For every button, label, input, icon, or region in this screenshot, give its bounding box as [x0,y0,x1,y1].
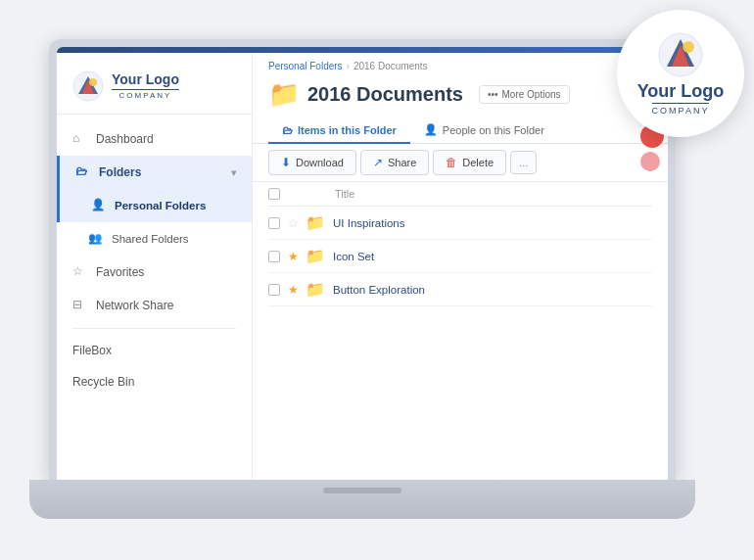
sidebar-item-label: Shared Folders [112,233,189,245]
download-label: Download [296,157,344,168]
breadcrumb-part-2: 2016 Documents [353,61,428,71]
sidebar-item-label: Favorites [96,265,144,279]
breadcrumb: Personal Folders › 2016 Documents [253,53,668,75]
sidebar-item-personal-folders[interactable]: 👤 Personal Folders [57,189,252,222]
more-options-button[interactable]: ••• More Options [479,85,570,104]
tab-people-on-folder[interactable]: 👤 People on this Folder [410,117,558,144]
sidebar-logo-text: Your Logo COMPANY [112,72,179,100]
download-button[interactable]: ⬇ Download [268,150,356,175]
sidebar-item-recycle-bin[interactable]: Recycle Bin [57,366,252,397]
logo-circle-overlay: Your Logo COMPANY [617,10,744,137]
more-actions-button[interactable]: ... [510,151,537,174]
sidebar-logo: Your Logo COMPANY [57,61,252,115]
sidebar-item-label: Personal Folders [115,200,206,211]
header-checkbox[interactable] [268,188,280,200]
more-options-label: More Options [501,89,560,100]
row-checkbox-col [268,251,288,262]
sidebar-divider [72,328,236,329]
laptop-screen: Your Logo COMPANY ⌂ Dashboard 🗁 [57,47,668,480]
sidebar-item-favorites[interactable]: ☆ Favorites [57,256,252,289]
sidebar-item-folders[interactable]: 🗁 Folders ▾ [57,156,252,189]
breadcrumb-separator: › [347,61,350,71]
folder-icon: 📁 [306,247,327,265]
delete-button[interactable]: 🗑 Delete [433,150,506,175]
svg-point-7 [683,41,694,53]
row-checkbox[interactable] [268,284,280,296]
file-list-header: Title [268,182,652,207]
server-icon: ⊟ [72,298,88,313]
sidebar-item-label: Recycle Bin [72,375,134,389]
tab-items-in-folder[interactable]: 🗁 Items in this Folder [268,117,410,144]
row-checkbox[interactable] [268,217,280,229]
tabs-row: 🗁 Items in this Folder 👤 People on this … [253,117,668,144]
star-icon: ☆ [72,264,88,280]
tab-label: People on this Folder [443,124,544,136]
tab-label: Items in this Folder [298,124,397,136]
tab-people-icon: 👤 [424,123,438,136]
sidebar: Your Logo COMPANY ⌂ Dashboard 🗁 [57,53,253,480]
logo-icon [72,70,104,102]
header-title-col: Title [288,188,652,200]
logo-company: COMPANY [112,89,179,100]
file-name[interactable]: Icon Set [333,251,652,262]
chevron-down-icon: ▾ [231,167,236,178]
row-checkbox[interactable] [268,251,280,262]
folder-icon: 🗁 [75,164,91,180]
breadcrumb-part-1[interactable]: Personal Folders [268,61,343,71]
row-checkbox-col [268,284,288,296]
delete-label: Delete [462,157,494,168]
people-icon: 👥 [88,231,104,247]
laptop-base [29,480,695,519]
sidebar-item-label: FileBox [72,344,112,357]
folder-header-icon: 📁 [268,79,300,110]
folder-icon: 📁 [306,213,327,232]
folder-title: 2016 Documents [307,83,463,106]
main-content: Personal Folders › 2016 Documents 📁 2016… [253,53,668,480]
table-row: ★ 📁 Icon Set [268,240,652,273]
file-name[interactable]: UI Inspirations [333,217,652,229]
overlay-logo-company: COMPANY [652,103,710,116]
sidebar-item-label: Dashboard [96,132,154,146]
share-icon: ↗ [373,156,383,169]
table-row: ☆ 📁 UI Inspirations [268,207,652,240]
more-dots-icon: ... [519,157,528,168]
laptop: Your Logo COMPANY ⌂ Dashboard 🗁 [29,39,695,519]
table-row: ★ 📁 Button Exploration [268,273,652,306]
share-label: Share [388,157,416,168]
sidebar-item-label: Network Share [96,299,173,312]
folder-header: 📁 2016 Documents ••• More Options [253,75,668,117]
app-body: Your Logo COMPANY ⌂ Dashboard 🗁 [57,53,668,480]
more-options-dots: ••• [488,89,498,100]
share-button[interactable]: ↗ Share [360,150,429,175]
file-name[interactable]: Button Exploration [333,284,652,296]
star-icon[interactable]: ☆ [288,216,306,230]
star-icon[interactable]: ★ [288,250,306,263]
file-list: Title ☆ 📁 UI Inspirations [253,182,668,480]
folder-icon: 📁 [306,280,327,299]
star-icon[interactable]: ★ [288,283,306,297]
sidebar-item-filebox[interactable]: FileBox [57,335,252,366]
svg-point-3 [89,78,97,86]
sidebar-sub-folders: 👤 Personal Folders 👥 Shared Folders [57,189,252,256]
overlay-logo-name: Your Logo [637,82,725,102]
app-ui: Your Logo COMPANY ⌂ Dashboard 🗁 [57,47,668,480]
header-checkbox-col [268,188,288,200]
delete-icon: 🗑 [446,156,457,169]
download-icon: ⬇ [281,156,291,169]
row-checkbox-col [268,217,288,229]
sidebar-item-network-share[interactable]: ⊟ Network Share [57,289,252,322]
overlay-logo-name-row: Your Logo [637,82,725,102]
sidebar-item-label: Folders [99,165,141,179]
person-icon: 👤 [91,198,107,213]
action-bar: ⬇ Download ↗ Share 🗑 Delete [253,144,668,182]
color-dot-pink [640,152,660,171]
logo-name: Your Logo [112,72,179,87]
sidebar-item-dashboard[interactable]: ⌂ Dashboard [57,122,252,156]
scene: Your Logo COMPANY ⌂ Dashboard 🗁 [0,0,754,560]
tab-folder-icon: 🗁 [282,124,293,136]
sidebar-item-shared-folders[interactable]: 👥 Shared Folders [57,222,252,256]
home-icon: ⌂ [72,131,88,147]
overlay-logo-icon [657,31,704,78]
laptop-screen-border: Your Logo COMPANY ⌂ Dashboard 🗁 [49,39,676,480]
